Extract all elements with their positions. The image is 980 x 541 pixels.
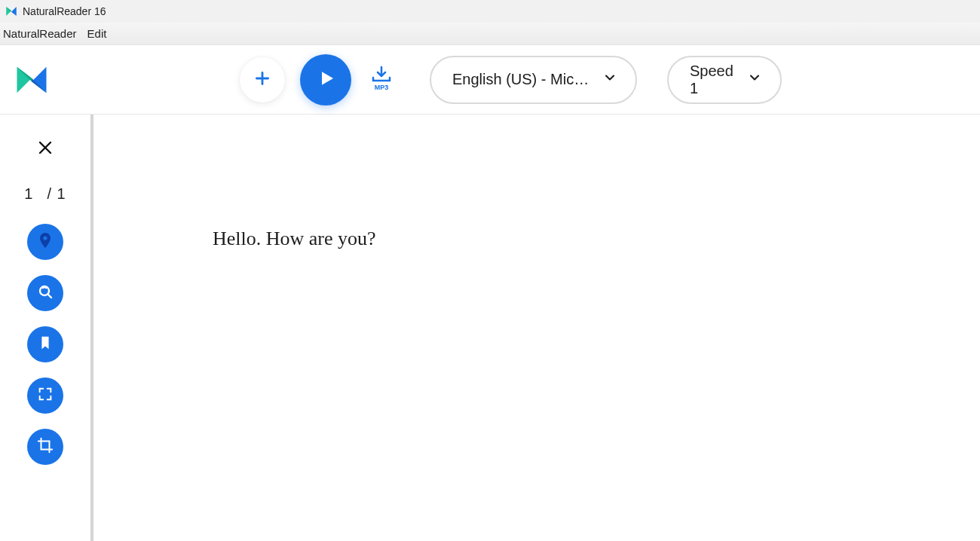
toolbar: MP3 English (US) - Microsoft… Speed 1 bbox=[0, 45, 980, 115]
play-button[interactable] bbox=[300, 54, 351, 105]
location-pin-icon bbox=[36, 231, 54, 252]
add-button[interactable] bbox=[240, 57, 285, 102]
export-mp3-button[interactable]: MP3 bbox=[366, 65, 397, 95]
sidebar: 1 / 1 bbox=[0, 115, 93, 541]
page-indicator: 1 / 1 bbox=[24, 185, 66, 203]
menubar: NaturalReader Edit bbox=[0, 23, 980, 45]
crop-button[interactable] bbox=[27, 429, 63, 465]
crop-icon bbox=[37, 437, 54, 457]
menu-naturalreader[interactable]: NaturalReader bbox=[3, 27, 77, 40]
svg-marker-3 bbox=[17, 66, 32, 93]
page-total: / 1 bbox=[47, 185, 66, 203]
svg-marker-0 bbox=[6, 7, 11, 16]
workspace: 1 / 1 Hello. bbox=[0, 115, 980, 541]
window-title: NaturalReader 16 bbox=[23, 5, 106, 17]
titlebar: NaturalReader 16 bbox=[0, 0, 980, 23]
svg-marker-4 bbox=[32, 66, 47, 93]
page-current: 1 bbox=[24, 185, 33, 203]
svg-point-8 bbox=[43, 236, 47, 240]
svg-text:MP3: MP3 bbox=[375, 84, 389, 91]
document-area[interactable]: Hello. How are you? bbox=[93, 115, 980, 541]
speed-label: Speed 1 bbox=[690, 63, 735, 97]
chevron-down-icon bbox=[602, 70, 617, 89]
close-icon bbox=[36, 139, 54, 160]
chevron-down-icon bbox=[747, 70, 762, 89]
bookmark-icon bbox=[37, 335, 54, 354]
expand-icon bbox=[37, 386, 54, 405]
bookmark-button[interactable] bbox=[27, 326, 63, 362]
app-logo bbox=[12, 60, 51, 99]
app-icon bbox=[5, 5, 18, 18]
document-text[interactable]: Hello. How are you? bbox=[213, 228, 980, 250]
play-icon bbox=[314, 67, 337, 93]
plus-icon bbox=[253, 69, 272, 91]
svg-marker-1 bbox=[11, 7, 17, 16]
go-to-page-button[interactable] bbox=[27, 224, 63, 260]
search-button[interactable] bbox=[27, 275, 63, 311]
voice-label: English (US) - Microsoft… bbox=[452, 71, 590, 88]
voice-selector[interactable]: English (US) - Microsoft… bbox=[430, 56, 637, 104]
menu-edit[interactable]: Edit bbox=[87, 27, 107, 40]
search-refresh-icon bbox=[36, 283, 54, 304]
fullscreen-button[interactable] bbox=[27, 377, 63, 414]
speed-selector[interactable]: Speed 1 bbox=[667, 56, 782, 104]
download-mp3-icon: MP3 bbox=[370, 66, 393, 94]
close-button[interactable] bbox=[30, 134, 60, 164]
